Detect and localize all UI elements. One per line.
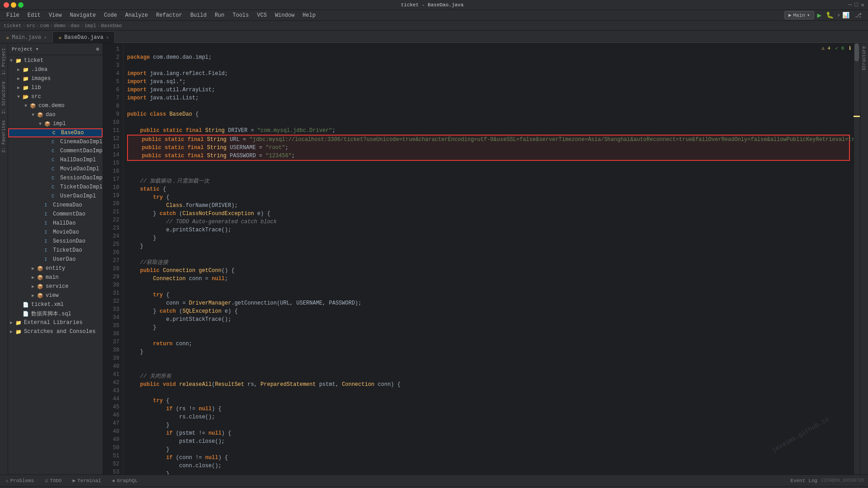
restore-icon[interactable]: □ (854, 1, 858, 9)
menu-vcs[interactable]: VCS (254, 11, 271, 19)
tree-item-view[interactable]: ▶ 📦 view (8, 291, 103, 300)
tree-item-halldaoimpl[interactable]: C HallDaoImpl (8, 155, 103, 164)
tree-item-cinemadaoimpl[interactable]: C CinemaDaoImpl (8, 137, 103, 146)
minimize-button[interactable] (11, 2, 16, 8)
tree-item-userdao[interactable]: I UserDao (8, 255, 103, 264)
tree-item-entity[interactable]: ▶ 📦 entity (8, 264, 103, 273)
watermark-text: CDSN@m0_89590785 (821, 478, 864, 483)
tree-item-comdemo[interactable]: ▼ 📦 com.demo (8, 101, 103, 110)
tree-item-impl[interactable]: ▼ 📦 impl (8, 119, 103, 128)
graphql-tab[interactable]: ◈ GraphQL (110, 477, 140, 484)
tree-item-idea[interactable]: ▶ 📁 .idea (8, 65, 103, 74)
tree-item-main[interactable]: ▶ 📦 main (8, 273, 103, 282)
scrollbar-thumb[interactable] (854, 43, 859, 61)
tree-item-ticket[interactable]: ▼ 📁 ticket (8, 56, 103, 65)
tree-item-commentdaoimpl[interactable]: C CommentDaoImpl (8, 146, 103, 155)
xml-icon: 📄 (23, 302, 30, 308)
close-icon[interactable]: ✕ (861, 1, 864, 9)
close-tab-basedao[interactable]: ✕ (106, 35, 109, 40)
interface-icon: I (44, 230, 52, 235)
status-right: Event Log CDSN@m0_89590785 (791, 478, 864, 483)
terminal-tab[interactable]: ▶ Terminal (71, 477, 103, 484)
left-panel-tabs: 1: Project 2: Structure 2: Favorites (0, 43, 8, 474)
minimize-icon[interactable]: — (849, 1, 852, 9)
check-icon: ✓ 6 (835, 46, 844, 51)
menu-file[interactable]: File (3, 11, 23, 19)
structure-tab[interactable]: 2: Structure (0, 79, 7, 117)
close-tab-main[interactable]: ✕ (44, 35, 47, 40)
tree-item-sessiondaoimpl[interactable]: C SessionDaoImpl (8, 174, 103, 183)
sql-icon: 📄 (23, 311, 30, 317)
tab-basedaojava[interactable]: ☕ BaseDao.java ✕ (52, 31, 115, 43)
menu-window[interactable]: Window (271, 11, 298, 19)
breadcrumb-dao[interactable]: dao (71, 23, 80, 28)
breadcrumb-com[interactable]: com (40, 23, 49, 28)
tree-item-moviedao[interactable]: I MovieDao (8, 228, 103, 237)
main-layout: 1: Project 2: Structure 2: Favorites Pro… (0, 43, 868, 474)
breadcrumb-src[interactable]: src (26, 23, 35, 28)
structure-right-tab[interactable]: Structure (861, 43, 868, 73)
folder-icon: 📂 (23, 94, 30, 100)
tree-item-moviedaoimpl[interactable]: C MovieDaoImpl (8, 164, 103, 174)
warning-count: ⚠ 4 (821, 46, 830, 51)
code-editor[interactable]: package com.demo.dao.impl; import java.l… (123, 43, 854, 474)
menu-edit[interactable]: Edit (24, 11, 44, 19)
menu-navigate[interactable]: Navigate (66, 11, 99, 19)
event-log-link[interactable]: Event Log (791, 478, 817, 483)
problems-tab[interactable]: ⚠ Problems (4, 477, 36, 484)
menu-help[interactable]: Help (299, 11, 319, 19)
package-icon: 📦 (37, 266, 44, 272)
expand-arrow: ▼ (17, 94, 23, 99)
tree-item-lib[interactable]: ▶ 📁 lib (8, 83, 103, 92)
menu-bar: File Edit View Navigate Code Analyze Ref… (0, 10, 868, 21)
tree-item-sql[interactable]: 📄 数据库脚本.sql (8, 309, 103, 318)
expand-arrow: ▶ (32, 266, 37, 271)
project-tree: ▼ 📁 ticket ▶ 📁 .idea ▶ 📁 images ▶ 📁 lib (8, 55, 103, 474)
tree-item-halldao[interactable]: I HallDao (8, 219, 103, 228)
expand-arrow: ▶ (17, 85, 23, 90)
tree-item-ticketdaoimpl[interactable]: C TicketDaoImpl (8, 183, 103, 192)
folder-icon: 📁 (15, 58, 23, 64)
menu-code[interactable]: Code (100, 11, 121, 19)
coverage-button[interactable]: ⚡ (837, 12, 840, 19)
menu-build[interactable]: Build (187, 11, 210, 19)
tree-item-scratches[interactable]: ▶ 📁 Scratches and Consoles (8, 327, 103, 336)
breadcrumb-ticket[interactable]: ticket (4, 23, 22, 28)
menu-tools[interactable]: Tools (229, 11, 253, 19)
run-configuration[interactable]: ▶ Main ▾ (784, 11, 814, 19)
tree-item-src[interactable]: ▼ 📂 src (8, 92, 103, 101)
menu-run[interactable]: Run (211, 11, 228, 19)
tree-item-images[interactable]: ▶ 📁 images (8, 74, 103, 83)
close-button[interactable] (4, 2, 9, 8)
tree-item-external-libs[interactable]: ▶ 📁 External Libraries (8, 318, 103, 327)
menu-view[interactable]: View (45, 11, 66, 19)
tree-item-basedao[interactable]: C BaseDao (8, 128, 103, 137)
breadcrumb-demo[interactable]: demo (54, 23, 66, 28)
tree-item-cinemadao[interactable]: I CinemaDao (8, 201, 103, 210)
tab-empty-area (115, 42, 868, 43)
menu-analyze[interactable]: Analyze (122, 11, 151, 19)
menu-refactor[interactable]: Refactor (152, 11, 186, 19)
project-tab[interactable]: 1: Project (0, 45, 7, 78)
tree-item-ticketdao[interactable]: I TicketDao (8, 246, 103, 255)
tree-item-ticketxml[interactable]: 📄 ticket.xml (8, 300, 103, 309)
tab-mainjava[interactable]: ☕ Main.java ✕ (0, 31, 52, 43)
tree-item-service[interactable]: ▶ 📦 service (8, 282, 103, 291)
java-file-icon: C (52, 157, 59, 163)
debug-button[interactable]: 🐛 (825, 11, 835, 19)
breadcrumb-basedao[interactable]: BaseDao (101, 23, 122, 28)
tree-item-commentdao[interactable]: I CommentDao (8, 210, 103, 219)
git-icon[interactable]: ⎇ (855, 12, 862, 19)
sidebar-gear-icon[interactable]: ⚙ (96, 46, 99, 52)
tree-item-userdaoimpl[interactable]: C UserDaoImpl (8, 192, 103, 201)
profile-button[interactable]: 📊 (842, 12, 849, 19)
todo-tab[interactable]: ☑ TODO (43, 477, 63, 484)
tree-item-dao[interactable]: ▼ 📦 dao (8, 110, 103, 119)
tree-item-sessiondao[interactable]: I SessionDao (8, 237, 103, 246)
maximize-button[interactable] (18, 2, 24, 8)
favorites-tab[interactable]: 2: Favorites (0, 117, 7, 155)
editor-scrollbar[interactable] (854, 43, 860, 474)
breadcrumb-impl[interactable]: impl (85, 23, 96, 28)
graphql-icon: ◈ (112, 478, 115, 483)
run-button[interactable]: ▶ (816, 11, 823, 20)
